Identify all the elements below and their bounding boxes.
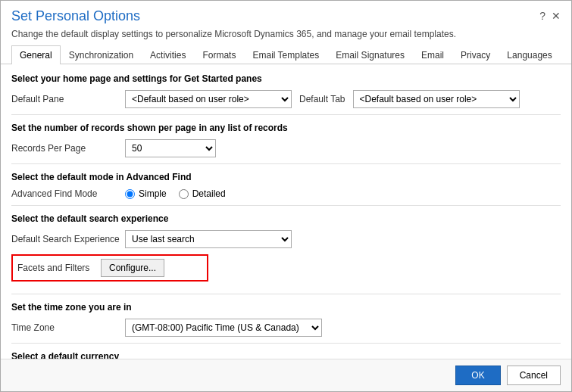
divider-4 [11,294,561,294]
tab-email-templates[interactable]: Email Templates [244,45,327,64]
radio-simple-label[interactable]: Simple [125,188,167,199]
cancel-button[interactable]: Cancel [507,366,561,385]
close-icon[interactable]: ✕ [552,10,561,22]
advanced-find-row: Advanced Find Mode Simple Detailed [11,188,561,199]
advanced-find-section-title: Select the default mode in Advanced Find [11,172,561,182]
timezone-label: Time Zone [11,322,125,333]
tab-email[interactable]: Email [413,45,452,64]
records-per-page-select[interactable]: 50 25 75 100 250 [125,139,216,157]
content-area: Select your home page and settings for G… [1,64,571,359]
timezone-row: Time Zone (GMT-08:00) Pacific Time (US &… [11,319,561,337]
advanced-find-control: Simple Detailed [125,188,561,199]
advanced-find-label: Advanced Find Mode [11,188,125,199]
records-per-page-label: Records Per Page [11,143,125,154]
radio-detailed-text: Detailed [192,188,226,199]
advanced-find-radio-group: Simple Detailed [125,188,226,199]
dialog-title: Set Personal Options [11,8,140,24]
currency-section-title: Select a default currency [11,351,561,359]
default-pane-select[interactable]: <Default based on user role> [125,90,292,108]
default-pane-row: Default Pane <Default based on user role… [11,90,561,108]
timezone-select[interactable]: (GMT-08:00) Pacific Time (US & Canada) (… [125,319,322,337]
search-experience-control: Use last search Relevance Search Categor… [125,230,561,248]
title-icons: ? ✕ [539,10,561,22]
divider-5 [11,343,561,344]
search-section-title: Select the default search experience [11,213,561,224]
tab-bar: General Synchronization Activities Forma… [1,45,571,64]
tab-formats[interactable]: Formats [194,45,244,64]
divider-3 [11,205,561,206]
dialog-subtitle: Change the default display settings to p… [1,27,571,45]
radio-detailed-label[interactable]: Detailed [179,188,226,199]
default-tab-label: Default Tab [299,94,345,104]
tab-activities[interactable]: Activities [142,45,194,64]
dialog-footer: OK Cancel [1,359,571,391]
set-personal-options-dialog: Set Personal Options ? ✕ Change the defa… [0,0,572,392]
facets-label: Facets and Filters [17,263,101,273]
title-bar: Set Personal Options ? ✕ [1,1,571,27]
ok-button[interactable]: OK [455,366,500,385]
timezone-control: (GMT-08:00) Pacific Time (US & Canada) (… [125,319,561,337]
search-experience-row: Default Search Experience Use last searc… [11,230,561,248]
records-per-page-control: 50 25 75 100 250 [125,139,561,157]
tab-synchronization[interactable]: Synchronization [61,45,142,64]
records-section-title: Set the number of records shown per page… [11,123,561,133]
divider-1 [11,114,561,115]
tab-languages[interactable]: Languages [499,45,560,64]
facets-filters-row: Facets and Filters Configure... [11,254,561,288]
divider-2 [11,163,561,164]
tab-general[interactable]: General [11,45,61,64]
tab-privacy[interactable]: Privacy [452,45,499,64]
tab-email-signatures[interactable]: Email Signatures [327,45,413,64]
facets-filters-highlight: Facets and Filters Configure... [11,254,208,282]
default-tab-select[interactable]: <Default based on user role> [353,90,520,108]
help-icon[interactable]: ? [539,10,545,22]
configure-button[interactable]: Configure... [101,259,164,277]
default-pane-label: Default Pane [11,94,125,104]
records-per-page-row: Records Per Page 50 25 75 100 250 [11,139,561,157]
home-page-section-title: Select your home page and settings for G… [11,73,561,84]
search-experience-label: Default Search Experience [11,234,125,244]
radio-simple[interactable] [125,189,135,199]
default-pane-control: <Default based on user role> Default Tab… [125,90,561,108]
search-experience-select[interactable]: Use last search Relevance Search Categor… [125,230,292,248]
radio-simple-text: Simple [139,188,167,199]
timezone-section-title: Set the time zone you are in [11,302,561,313]
radio-detailed[interactable] [179,189,189,199]
